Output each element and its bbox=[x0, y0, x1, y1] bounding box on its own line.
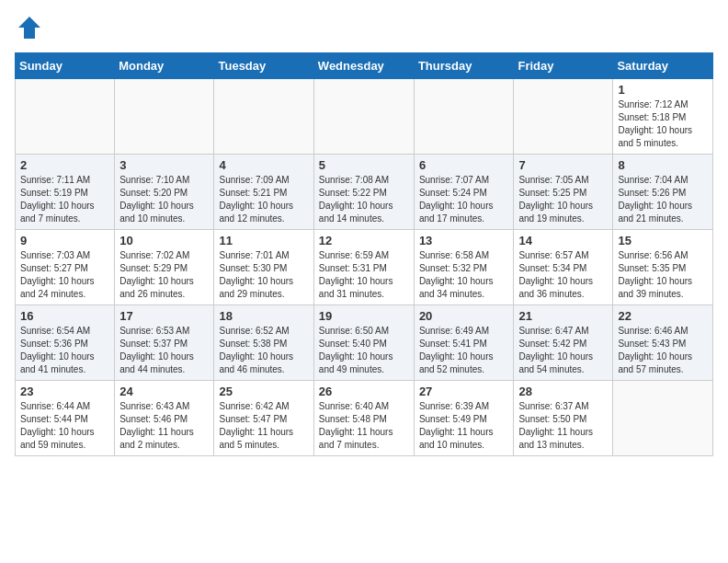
calendar-day-cell bbox=[16, 79, 115, 155]
calendar-day-cell: 4Sunrise: 7:09 AM Sunset: 5:21 PM Daylig… bbox=[214, 155, 313, 230]
day-number: 17 bbox=[119, 309, 209, 323]
calendar-day-cell bbox=[313, 79, 414, 155]
calendar-day-cell: 23Sunrise: 6:44 AM Sunset: 5:44 PM Dayli… bbox=[16, 381, 115, 456]
day-number: 25 bbox=[219, 385, 308, 398]
calendar-day-cell: 18Sunrise: 6:52 AM Sunset: 5:38 PM Dayli… bbox=[214, 305, 313, 381]
calendar-day-cell: 3Sunrise: 7:10 AM Sunset: 5:20 PM Daylig… bbox=[115, 155, 214, 230]
page-header bbox=[15, 15, 713, 45]
calendar-day-cell bbox=[613, 381, 713, 456]
day-info: Sunrise: 7:12 AM Sunset: 5:18 PM Dayligh… bbox=[618, 98, 708, 150]
day-info: Sunrise: 6:43 AM Sunset: 5:46 PM Dayligh… bbox=[119, 400, 209, 452]
day-info: Sunrise: 7:05 AM Sunset: 5:25 PM Dayligh… bbox=[518, 174, 608, 225]
calendar-week-row: 23Sunrise: 6:44 AM Sunset: 5:44 PM Dayli… bbox=[16, 381, 713, 456]
calendar-week-row: 2Sunrise: 7:11 AM Sunset: 5:19 PM Daylig… bbox=[16, 155, 713, 230]
calendar-day-cell: 25Sunrise: 6:42 AM Sunset: 5:47 PM Dayli… bbox=[214, 381, 313, 456]
weekday-header-wednesday: Wednesday bbox=[313, 53, 414, 79]
day-number: 6 bbox=[419, 158, 509, 172]
calendar-day-cell bbox=[414, 79, 514, 155]
day-info: Sunrise: 6:49 AM Sunset: 5:41 PM Dayligh… bbox=[419, 325, 509, 376]
calendar-day-cell: 11Sunrise: 7:01 AM Sunset: 5:30 PM Dayli… bbox=[214, 230, 313, 305]
calendar-day-cell: 17Sunrise: 6:53 AM Sunset: 5:37 PM Dayli… bbox=[115, 305, 214, 381]
day-info: Sunrise: 6:39 AM Sunset: 5:49 PM Dayligh… bbox=[419, 400, 509, 452]
weekday-header-monday: Monday bbox=[115, 53, 214, 79]
calendar-day-cell: 8Sunrise: 7:04 AM Sunset: 5:26 PM Daylig… bbox=[613, 155, 713, 230]
day-number: 3 bbox=[119, 158, 209, 172]
day-number: 24 bbox=[119, 385, 209, 398]
day-number: 14 bbox=[518, 234, 608, 247]
logo-text bbox=[15, 15, 42, 45]
weekday-header-sunday: Sunday bbox=[16, 53, 115, 79]
day-number: 4 bbox=[219, 158, 308, 172]
calendar-day-cell: 20Sunrise: 6:49 AM Sunset: 5:41 PM Dayli… bbox=[414, 305, 514, 381]
calendar-day-cell: 2Sunrise: 7:11 AM Sunset: 5:19 PM Daylig… bbox=[16, 155, 115, 230]
calendar-day-cell: 28Sunrise: 6:37 AM Sunset: 5:50 PM Dayli… bbox=[514, 381, 613, 456]
calendar-day-cell: 7Sunrise: 7:05 AM Sunset: 5:25 PM Daylig… bbox=[514, 155, 613, 230]
calendar-day-cell bbox=[115, 79, 214, 155]
day-info: Sunrise: 7:10 AM Sunset: 5:20 PM Dayligh… bbox=[119, 174, 209, 225]
calendar-week-row: 9Sunrise: 7:03 AM Sunset: 5:27 PM Daylig… bbox=[16, 230, 713, 305]
day-info: Sunrise: 6:50 AM Sunset: 5:40 PM Dayligh… bbox=[319, 325, 409, 376]
day-number: 23 bbox=[20, 385, 109, 398]
calendar-week-row: 1Sunrise: 7:12 AM Sunset: 5:18 PM Daylig… bbox=[16, 79, 713, 155]
calendar-day-cell: 16Sunrise: 6:54 AM Sunset: 5:36 PM Dayli… bbox=[16, 305, 115, 381]
calendar-day-cell: 10Sunrise: 7:02 AM Sunset: 5:29 PM Dayli… bbox=[115, 230, 214, 305]
calendar-day-cell: 22Sunrise: 6:46 AM Sunset: 5:43 PM Dayli… bbox=[613, 305, 713, 381]
calendar-day-cell: 12Sunrise: 6:59 AM Sunset: 5:31 PM Dayli… bbox=[313, 230, 414, 305]
calendar-table: SundayMondayTuesdayWednesdayThursdayFrid… bbox=[15, 52, 713, 456]
day-number: 26 bbox=[319, 385, 409, 398]
day-number: 18 bbox=[219, 309, 308, 323]
day-info: Sunrise: 6:56 AM Sunset: 5:35 PM Dayligh… bbox=[618, 249, 708, 301]
day-info: Sunrise: 6:47 AM Sunset: 5:42 PM Dayligh… bbox=[518, 325, 608, 376]
day-info: Sunrise: 6:46 AM Sunset: 5:43 PM Dayligh… bbox=[618, 325, 708, 376]
day-info: Sunrise: 6:40 AM Sunset: 5:48 PM Dayligh… bbox=[319, 400, 409, 452]
calendar-day-cell: 26Sunrise: 6:40 AM Sunset: 5:48 PM Dayli… bbox=[313, 381, 414, 456]
day-number: 2 bbox=[20, 158, 109, 172]
logo-icon bbox=[17, 15, 42, 40]
day-info: Sunrise: 7:02 AM Sunset: 5:29 PM Dayligh… bbox=[119, 249, 209, 301]
day-number: 19 bbox=[319, 309, 409, 323]
calendar-day-cell: 5Sunrise: 7:08 AM Sunset: 5:22 PM Daylig… bbox=[313, 155, 414, 230]
day-number: 27 bbox=[419, 385, 509, 398]
calendar-day-cell: 14Sunrise: 6:57 AM Sunset: 5:34 PM Dayli… bbox=[514, 230, 613, 305]
day-info: Sunrise: 6:52 AM Sunset: 5:38 PM Dayligh… bbox=[219, 325, 308, 376]
day-number: 8 bbox=[618, 158, 708, 172]
day-info: Sunrise: 6:44 AM Sunset: 5:44 PM Dayligh… bbox=[20, 400, 109, 452]
weekday-header-thursday: Thursday bbox=[414, 53, 514, 79]
calendar-week-row: 16Sunrise: 6:54 AM Sunset: 5:36 PM Dayli… bbox=[16, 305, 713, 381]
calendar-day-cell: 15Sunrise: 6:56 AM Sunset: 5:35 PM Dayli… bbox=[613, 230, 713, 305]
calendar-day-cell: 24Sunrise: 6:43 AM Sunset: 5:46 PM Dayli… bbox=[115, 381, 214, 456]
calendar-day-cell: 27Sunrise: 6:39 AM Sunset: 5:49 PM Dayli… bbox=[414, 381, 514, 456]
svg-marker-0 bbox=[18, 17, 40, 39]
calendar-day-cell: 9Sunrise: 7:03 AM Sunset: 5:27 PM Daylig… bbox=[16, 230, 115, 305]
calendar-day-cell bbox=[514, 79, 613, 155]
day-info: Sunrise: 7:03 AM Sunset: 5:27 PM Dayligh… bbox=[20, 249, 109, 301]
day-number: 7 bbox=[518, 158, 608, 172]
day-info: Sunrise: 6:54 AM Sunset: 5:36 PM Dayligh… bbox=[20, 325, 109, 376]
day-info: Sunrise: 6:59 AM Sunset: 5:31 PM Dayligh… bbox=[319, 249, 409, 301]
day-info: Sunrise: 7:01 AM Sunset: 5:30 PM Dayligh… bbox=[219, 249, 308, 301]
weekday-header-friday: Friday bbox=[514, 53, 613, 79]
day-info: Sunrise: 6:53 AM Sunset: 5:37 PM Dayligh… bbox=[119, 325, 209, 376]
day-number: 11 bbox=[219, 234, 308, 247]
day-info: Sunrise: 7:04 AM Sunset: 5:26 PM Dayligh… bbox=[618, 174, 708, 225]
day-number: 28 bbox=[518, 385, 608, 398]
day-number: 12 bbox=[319, 234, 409, 247]
logo bbox=[15, 15, 42, 45]
day-info: Sunrise: 7:09 AM Sunset: 5:21 PM Dayligh… bbox=[219, 174, 308, 225]
day-number: 16 bbox=[20, 309, 109, 323]
day-info: Sunrise: 6:37 AM Sunset: 5:50 PM Dayligh… bbox=[518, 400, 608, 452]
day-number: 9 bbox=[20, 234, 109, 247]
calendar-day-cell: 21Sunrise: 6:47 AM Sunset: 5:42 PM Dayli… bbox=[514, 305, 613, 381]
day-number: 15 bbox=[618, 234, 708, 247]
day-number: 22 bbox=[618, 309, 708, 323]
weekday-header-saturday: Saturday bbox=[613, 53, 713, 79]
day-number: 13 bbox=[419, 234, 509, 247]
calendar-day-cell: 1Sunrise: 7:12 AM Sunset: 5:18 PM Daylig… bbox=[613, 79, 713, 155]
day-number: 10 bbox=[119, 234, 209, 247]
calendar-header-row: SundayMondayTuesdayWednesdayThursdayFrid… bbox=[16, 53, 713, 79]
day-info: Sunrise: 7:08 AM Sunset: 5:22 PM Dayligh… bbox=[319, 174, 409, 225]
day-number: 20 bbox=[419, 309, 509, 323]
day-info: Sunrise: 6:42 AM Sunset: 5:47 PM Dayligh… bbox=[219, 400, 308, 452]
day-info: Sunrise: 7:07 AM Sunset: 5:24 PM Dayligh… bbox=[419, 174, 509, 225]
day-number: 1 bbox=[618, 83, 708, 97]
